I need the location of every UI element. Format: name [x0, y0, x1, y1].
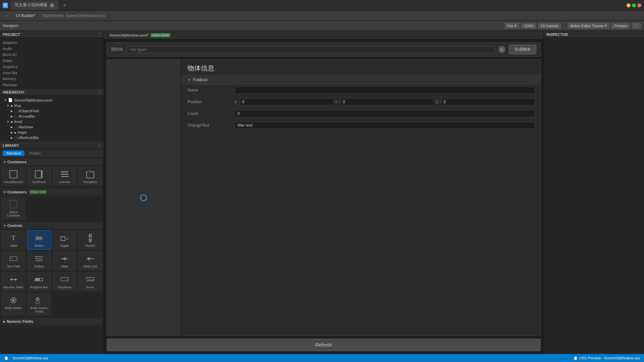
status-uss-preview: 📋 USS Preview - SceneObjWindow.uss	[573, 356, 640, 360]
back-btn[interactable]: ←	[3, 12, 12, 19]
tab-standard[interactable]: Standard	[3, 150, 24, 156]
canvas-handle[interactable]	[140, 194, 147, 201]
svg-rect-13	[61, 237, 65, 241]
containers-section-header[interactable]: ▼ Containers	[1, 159, 102, 165]
lib-visual-element[interactable]: VisualElement	[1, 167, 25, 186]
controls-section-header[interactable]: ▼ Controls	[1, 222, 102, 229]
lib-enum[interactable]: Enum Enum	[78, 272, 102, 291]
section-containers: ▼ Containers VisualElement	[1, 159, 102, 186]
ui-builder-menu[interactable]: UI Builder*	[13, 12, 38, 19]
containers-editor-grid: IMGUI Container	[1, 197, 102, 220]
category-adaptive[interactable]: Adaptive	[0, 40, 104, 46]
generate-btn[interactable]: 生成物体	[509, 45, 536, 54]
hierarchy-file-item[interactable]: ▼ 📄 SceneObjWindow.uxml	[0, 97, 104, 103]
lib-progress-bar[interactable]: Progress Bar	[27, 272, 51, 291]
min-max-slider-icon	[8, 274, 19, 285]
lib-scroller[interactable]: Scroller	[78, 230, 102, 250]
containers-editor-section-header[interactable]: ▼ Containers Editor Only	[1, 189, 102, 195]
status-file-icon: 📋	[4, 356, 9, 360]
left-sidebar: Project ⋮ Adaptive Audio Burst AC Editor…	[0, 31, 104, 354]
close-btn[interactable]	[637, 3, 641, 7]
more-options-btn[interactable]: ⋮	[632, 22, 641, 29]
controls-expand-icon: ▼	[3, 224, 6, 227]
category-burst[interactable]: Burst AC	[0, 52, 104, 58]
panel-more-btn[interactable]: ⋮	[97, 32, 101, 37]
pos-y-input[interactable]	[340, 98, 434, 106]
hierarchy-listview-item[interactable]: ▶ ⬚ #listView	[0, 124, 104, 130]
target-btn[interactable]: ⊙	[498, 46, 505, 53]
category-audio[interactable]: Audio	[0, 46, 104, 52]
name-field-row: Name	[182, 84, 540, 96]
hierarchy-mid-item[interactable]: ▼ ■ #mid	[0, 119, 104, 124]
enum-icon: Enum	[85, 274, 96, 285]
hierarchy-objectfield-item[interactable]: ▶ ⬚ #ObjectField	[0, 108, 104, 114]
lib-foldout[interactable]: Foldout	[27, 251, 51, 270]
count-field-input[interactable]	[234, 110, 535, 117]
new-tab-btn[interactable]: +	[61, 2, 68, 9]
lib-radio-button-group[interactable]: Radio Button Group	[27, 293, 51, 315]
library-more-btn[interactable]: ⋮	[97, 143, 101, 148]
maximize-btn[interactable]	[632, 3, 636, 7]
foldout-row[interactable]: ▼ Foldout	[182, 75, 540, 84]
svg-point-27	[88, 257, 90, 260]
lib-dropdown[interactable]: Dropdown	[53, 272, 77, 291]
containers-expand-icon: ▼	[3, 161, 6, 164]
refresh-btn[interactable]: Refresh	[107, 339, 541, 351]
radio-button-icon	[8, 295, 19, 306]
preview-btn[interactable]: Preview	[611, 23, 630, 29]
hierarchy-top-item[interactable]: ▼ ■ #top	[0, 103, 104, 108]
status-left-item: 📋 SceneObjWindow.uss	[4, 356, 48, 360]
pos-x-input[interactable]	[240, 98, 334, 106]
lib-imgui-container[interactable]: IMGUI Container	[1, 197, 25, 220]
group-box-icon: GB	[85, 169, 96, 180]
browser-tab[interactable]: 写文章-CSDN博客 ✕	[11, 1, 58, 10]
type-input[interactable]	[126, 46, 495, 53]
fit-canvas-btn[interactable]: Fit Canvas	[538, 23, 561, 29]
category-memory[interactable]: Memory	[0, 76, 104, 82]
lib-slider-int[interactable]: Slider (Int)	[78, 251, 102, 270]
count-field-label: Count	[187, 111, 234, 116]
lib-scroll-view[interactable]: ScrollView	[27, 167, 51, 186]
tab-close-btn[interactable]: ✕	[50, 3, 54, 8]
minimize-btn[interactable]	[627, 3, 631, 7]
refreshbtn-icon: ⬚	[14, 136, 17, 140]
numeric-fields-section-header[interactable]: ▶ Numeric Fields	[1, 318, 102, 325]
theme-dropdown-icon: ▾	[605, 23, 607, 28]
name-field-input[interactable]	[234, 86, 535, 94]
svg-rect-33	[61, 278, 68, 281]
section-numeric-fields: ▶ Numeric Fields	[1, 318, 102, 325]
lib-toggle[interactable]: ✓ Toggle	[53, 230, 77, 250]
viewport-tab-item[interactable]: SceneObjWindow.uxml* Editor Mode	[107, 32, 173, 38]
lib-text-field[interactable]: Text Field	[1, 251, 25, 270]
toggle-label: Toggle	[60, 244, 69, 247]
lib-min-max-slider[interactable]: Min-Max Slider	[1, 272, 25, 291]
hierarchy-more-btn[interactable]: ⋮	[97, 90, 101, 95]
label-label: Label	[10, 244, 17, 247]
button-icon: BTN	[34, 233, 44, 243]
lib-slider[interactable]: Slider	[53, 251, 77, 270]
pos-z-input[interactable]	[441, 98, 535, 106]
lib-group-box[interactable]: GB GroupBox	[78, 167, 102, 186]
active-editor-theme-btn[interactable]: Active Editor Theme ▾	[567, 22, 610, 29]
hierarchy-title: Hierarchy	[3, 90, 24, 94]
lib-radio-button[interactable]: Radio Button	[1, 293, 25, 315]
svg-rect-4	[61, 174, 68, 175]
changetest-field-input[interactable]	[234, 122, 535, 129]
category-input[interactable]: Input Ma	[0, 70, 104, 76]
zoom-btn[interactable]: 150%	[521, 23, 536, 29]
category-editor[interactable]: Editor	[0, 58, 104, 64]
library-tabs: Standard Project	[0, 149, 104, 157]
file-btn[interactable]: File ▾	[504, 22, 520, 29]
lib-button[interactable]: BTN Button	[27, 230, 51, 250]
section-controls: ▼ Controls T Label BTN	[1, 222, 102, 315]
tab-project[interactable]: Project	[26, 150, 44, 156]
category-graphics[interactable]: Graphics	[0, 64, 104, 70]
menu-bar: ← UI Builder* StyleSheets- SceneObjWindo…	[0, 11, 644, 21]
hierarchy-refreshbtn-item[interactable]: ▶ ⬚ #RefreshBtn	[0, 135, 104, 140]
lib-label[interactable]: T Label	[1, 230, 25, 250]
svg-text:BTN: BTN	[37, 237, 42, 240]
lib-list-view[interactable]: ListView	[53, 167, 77, 186]
hierarchy-creatbtn-item[interactable]: ▶ ⬚ #CreatBtn	[0, 114, 104, 119]
category-package[interactable]: Package	[0, 82, 104, 88]
hierarchy-right-item[interactable]: ▶ ■ #right	[0, 130, 104, 135]
